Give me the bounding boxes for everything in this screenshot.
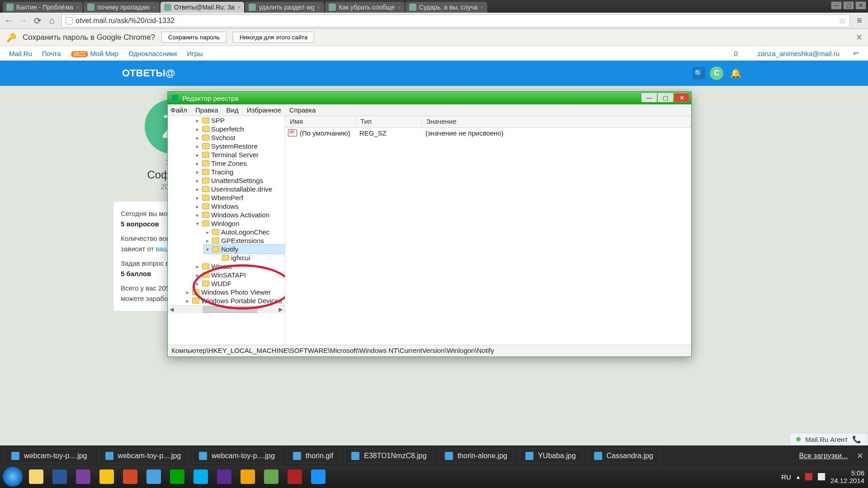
tree-node[interactable]: ▸Svchost bbox=[194, 133, 285, 142]
download-item[interactable]: webcam-toy-p....jpg bbox=[5, 449, 94, 463]
tree-node[interactable]: ▸Superfetch bbox=[194, 125, 285, 133]
bell-icon[interactable]: 🔔 bbox=[730, 68, 741, 79]
reload-button[interactable]: ⟳ bbox=[33, 16, 42, 26]
download-item[interactable]: YUbaba.jpg bbox=[519, 449, 583, 463]
regedit-window[interactable]: Редактор реестра — ▢ ✕ ФайлПравкаВидИзбр… bbox=[167, 91, 692, 357]
maximize-button[interactable]: ▢ bbox=[843, 1, 854, 9]
tree-node[interactable]: ▸Time Zones bbox=[194, 159, 285, 168]
topnav-link[interactable]: Mail.Ru bbox=[9, 50, 32, 57]
browser-tab[interactable]: Как убрать сообще× bbox=[325, 2, 404, 13]
tree-node[interactable]: ▸WinSATAPI bbox=[194, 271, 285, 279]
regedit-maximize-button[interactable]: ▢ bbox=[658, 93, 673, 102]
user-email-link[interactable]: zanza_animeshka@mail.ru bbox=[758, 50, 840, 57]
col-type[interactable]: Тип bbox=[356, 116, 422, 127]
regedit-tree[interactable]: ▸SPP▸Superfetch▸Svchost▸SystemRestore▸Te… bbox=[168, 116, 285, 345]
download-item[interactable]: E38TO1NmzC8.jpg bbox=[344, 449, 433, 463]
tray-up-icon[interactable]: ▴ bbox=[797, 473, 800, 480]
tray-action-icon[interactable] bbox=[818, 473, 825, 480]
download-item[interactable]: thorin-alone.jpg bbox=[438, 449, 514, 463]
tab-close-icon[interactable]: × bbox=[397, 4, 401, 11]
tree-node[interactable]: ▸Tracing bbox=[194, 168, 285, 176]
tree-node[interactable]: ▸Windows bbox=[194, 202, 285, 211]
tab-close-icon[interactable]: × bbox=[480, 4, 484, 11]
avatar-mini[interactable]: C bbox=[710, 66, 723, 80]
menu-item[interactable]: Избранное bbox=[247, 106, 281, 114]
download-item[interactable]: webcam-toy-p....jpg bbox=[192, 449, 282, 463]
download-item[interactable]: webcam-toy-p....jpg bbox=[99, 449, 188, 463]
tree-node[interactable]: ▸Terminal Server bbox=[194, 150, 285, 159]
home-button[interactable]: ⌂ bbox=[47, 16, 57, 26]
search-button[interactable]: 🔍 bbox=[693, 67, 705, 80]
address-bar[interactable]: otvet.mail.ru/ask/%20/cid-1332 ☆ bbox=[61, 14, 850, 27]
tree-node[interactable]: ▸UnattendSettings bbox=[194, 176, 285, 185]
tree-node[interactable]: ▸AutoLogonChec bbox=[204, 228, 285, 236]
regedit-values-pane[interactable]: Имя Тип Значение (По умолчанию) REG_SZ (… bbox=[285, 116, 691, 345]
tree-hscrollbar[interactable]: ◄► bbox=[168, 305, 285, 313]
regedit-close-button[interactable]: ✕ bbox=[674, 93, 689, 102]
tree-node[interactable]: ▸Userinstallable.drive bbox=[194, 185, 285, 193]
taskbar-app[interactable] bbox=[119, 468, 141, 486]
taskbar-app[interactable] bbox=[166, 468, 188, 486]
tree-node-igfxcui[interactable]: igfxcui bbox=[214, 253, 285, 262]
phone-icon[interactable]: 📞 bbox=[852, 435, 861, 444]
save-password-button[interactable]: Сохранить пароль bbox=[161, 32, 226, 43]
mailru-agent-bar[interactable]: Mail.Ru Агент 📞 bbox=[789, 433, 868, 446]
tree-node[interactable]: ▸SystemRestore bbox=[194, 142, 285, 150]
download-item[interactable]: thorin.gif bbox=[286, 449, 340, 463]
taskbar-app[interactable] bbox=[284, 468, 306, 486]
tree-node[interactable]: ▸GPExtensions bbox=[204, 236, 285, 245]
browser-tab[interactable]: удалить раздел wg× bbox=[245, 2, 324, 13]
logout-icon[interactable]: ↩ bbox=[853, 49, 859, 57]
col-name[interactable]: Имя bbox=[285, 116, 356, 127]
menu-button[interactable]: ≡ bbox=[854, 16, 864, 26]
infobar-close-icon[interactable]: ✕ bbox=[856, 33, 863, 42]
tree-node[interactable]: ▸WbemPerf bbox=[194, 193, 285, 202]
topnav-link[interactable]: Игры bbox=[187, 50, 203, 57]
back-button[interactable]: ← bbox=[4, 16, 14, 26]
site-logo[interactable]: ОТВЕТЫ@ bbox=[122, 67, 175, 79]
tab-close-icon[interactable]: × bbox=[237, 4, 241, 11]
menu-item[interactable]: Вид bbox=[226, 106, 239, 114]
regedit-minimize-button[interactable]: — bbox=[642, 93, 657, 102]
topnav-link[interactable]: Мой Мир bbox=[90, 50, 118, 57]
browser-tab[interactable]: почему пропадаю× bbox=[84, 2, 159, 13]
menu-item[interactable]: Справка bbox=[289, 106, 316, 114]
taskbar-app[interactable] bbox=[260, 468, 282, 486]
tab-close-icon[interactable]: × bbox=[152, 4, 156, 11]
topnav-link[interactable]: Одноклассники bbox=[128, 50, 177, 57]
close-button[interactable]: ✕ bbox=[855, 1, 866, 9]
taskbar-app[interactable] bbox=[190, 468, 212, 486]
forward-button[interactable]: → bbox=[18, 16, 28, 26]
tree-node[interactable]: ▸Winsat bbox=[194, 262, 285, 271]
taskbar-app[interactable] bbox=[143, 468, 165, 486]
taskbar-app[interactable] bbox=[307, 468, 329, 486]
bookmark-star-icon[interactable]: ☆ bbox=[839, 16, 846, 26]
taskbar-app[interactable] bbox=[213, 468, 235, 486]
tree-node[interactable]: ▸SPP bbox=[194, 116, 285, 125]
tree-node[interactable]: ▸Windows Photo Viewer bbox=[184, 288, 285, 296]
taskbar-app[interactable] bbox=[49, 468, 71, 486]
tab-close-icon[interactable]: × bbox=[76, 4, 80, 11]
menu-item[interactable]: Правка bbox=[195, 106, 218, 114]
tree-node-notify[interactable]: ▾Notify bbox=[204, 245, 285, 253]
topnav-link[interactable]: Почта bbox=[42, 50, 61, 57]
taskbar-app[interactable] bbox=[25, 468, 47, 486]
show-all-downloads[interactable]: Все загрузки... bbox=[799, 452, 848, 460]
taskbar-app[interactable] bbox=[237, 468, 259, 486]
never-save-button[interactable]: Никогда для этого сайта bbox=[233, 32, 315, 43]
tree-node[interactable]: ▸Windows Activation bbox=[194, 211, 285, 219]
tree-node-winlogon[interactable]: ▾Winlogon bbox=[194, 219, 285, 228]
regedit-columns[interactable]: Имя Тип Значение bbox=[285, 116, 691, 128]
tray-flag-icon[interactable] bbox=[805, 473, 812, 480]
tab-close-icon[interactable]: × bbox=[317, 4, 321, 11]
browser-tab[interactable]: Ответы@Mail.Ru: За× bbox=[160, 2, 245, 13]
downloads-close-icon[interactable]: ✕ bbox=[857, 451, 863, 461]
minimize-button[interactable]: — bbox=[831, 1, 842, 9]
value-row-default[interactable]: (По умолчанию) REG_SZ (значение не присв… bbox=[285, 128, 691, 138]
taskbar-app[interactable] bbox=[96, 468, 118, 486]
menu-item[interactable]: Файл bbox=[170, 106, 187, 114]
download-item[interactable]: Cassandra.jpg bbox=[587, 449, 660, 463]
browser-tab[interactable]: Сударь, а вы, случа× bbox=[406, 2, 487, 13]
tree-node[interactable]: ▸Windows Portable Devices bbox=[184, 296, 285, 305]
rating-link[interactable]: ваш bbox=[156, 245, 169, 253]
